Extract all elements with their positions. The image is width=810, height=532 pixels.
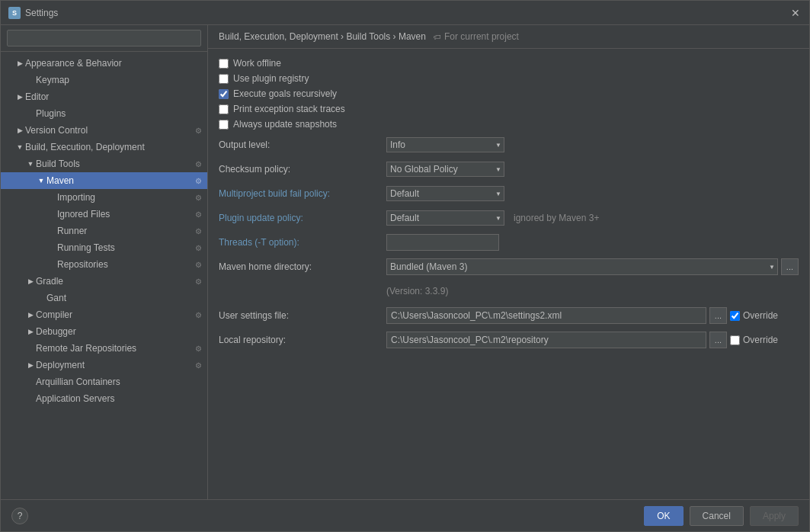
arrow-icon: ▶ bbox=[25, 326, 36, 337]
version-row: (Version: 3.3.9) bbox=[219, 282, 799, 300]
sidebar-item-plugins[interactable]: Plugins bbox=[1, 105, 207, 122]
arrow-icon: ▶ bbox=[25, 276, 36, 287]
user-settings-browse-button[interactable]: ... bbox=[709, 307, 727, 324]
sidebar-item-maven[interactable]: ▼ Maven ⚙ bbox=[1, 172, 207, 189]
sidebar-item-application-servers[interactable]: Application Servers bbox=[1, 390, 207, 407]
output-level-label: Output level: bbox=[219, 139, 386, 150]
spacer bbox=[46, 209, 57, 220]
maven-home-dropdown[interactable]: Bundled (Maven 3) Custom... bbox=[386, 258, 778, 275]
threads-row: Threads (-T option): bbox=[219, 233, 799, 252]
sidebar-item-running-tests[interactable]: Running Tests ⚙ bbox=[1, 239, 207, 256]
search-box bbox=[1, 25, 207, 52]
settings-icon: ⚙ bbox=[192, 208, 204, 220]
cancel-button[interactable]: Cancel bbox=[690, 506, 744, 526]
sidebar-item-repositories[interactable]: Repositories ⚙ bbox=[1, 256, 207, 273]
settings-icon: ⚙ bbox=[192, 342, 204, 354]
use-plugin-registry-checkbox[interactable] bbox=[219, 74, 229, 84]
dialog-title: Settings bbox=[25, 8, 789, 18]
always-update-row: Always update snapshots bbox=[219, 119, 799, 130]
search-input[interactable] bbox=[7, 30, 201, 46]
local-repo-input[interactable] bbox=[386, 332, 706, 348]
sidebar-item-ignored-files[interactable]: Ignored Files ⚙ bbox=[1, 206, 207, 223]
sidebar-item-appearance[interactable]: ▶ Appearance & Behavior bbox=[1, 55, 207, 72]
multiproject-policy-dropdown-wrap: Default Fail Fast Fail Never ▼ bbox=[386, 186, 504, 201]
user-settings-control: ... Override bbox=[386, 307, 799, 324]
spacer bbox=[46, 259, 57, 270]
use-plugin-registry-label: Use plugin registry bbox=[233, 73, 309, 84]
plugin-update-dropdown[interactable]: Default Force Update Never Update bbox=[386, 210, 504, 226]
ignored-note: ignored by Maven 3+ bbox=[514, 213, 599, 223]
breadcrumb: Build, Execution, Deployment › Build Too… bbox=[219, 31, 426, 42]
panel-body: Work offline Use plugin registry Execute… bbox=[208, 49, 809, 499]
local-repo-row: Local repository: ... Override bbox=[219, 331, 799, 349]
app-icon: S bbox=[8, 7, 21, 19]
sidebar-item-gant[interactable]: Gant bbox=[1, 290, 207, 306]
output-level-dropdown[interactable]: Info Debug Warn Error bbox=[386, 137, 504, 152]
spacer bbox=[25, 393, 36, 404]
sidebar-item-debugger[interactable]: ▶ Debugger bbox=[1, 323, 207, 340]
sidebar-item-build-execution[interactable]: ▼ Build, Execution, Deployment bbox=[1, 139, 207, 155]
maven-home-browse-button[interactable]: ... bbox=[781, 258, 799, 275]
close-button[interactable]: ✕ bbox=[789, 7, 802, 19]
settings-icon: ⚙ bbox=[192, 242, 204, 254]
form-table: Output level: Info Debug Warn Error ▼ bbox=[219, 136, 799, 349]
footer-right: OK Cancel Apply bbox=[644, 506, 799, 526]
plugin-update-row: Plugin update policy: Default Force Upda… bbox=[219, 209, 799, 227]
always-update-label: Always update snapshots bbox=[233, 119, 337, 130]
local-repo-control: ... Override bbox=[386, 332, 799, 348]
maven-home-label: Maven home directory: bbox=[219, 261, 386, 272]
main-panel: Build, Execution, Deployment › Build Too… bbox=[208, 25, 809, 499]
checksum-policy-control: No Global Policy Strict Lax Ignore ▼ bbox=[386, 162, 799, 177]
arrow-icon: ▶ bbox=[25, 309, 36, 320]
title-bar: S Settings ✕ bbox=[1, 1, 809, 25]
always-update-checkbox[interactable] bbox=[219, 120, 229, 130]
arrow-icon: ▶ bbox=[14, 91, 25, 102]
user-settings-override-checkbox[interactable] bbox=[730, 311, 740, 321]
work-offline-checkbox[interactable] bbox=[219, 59, 229, 69]
user-settings-override-label: Override bbox=[743, 310, 778, 321]
spacer bbox=[25, 75, 36, 85]
execute-goals-row: Execute goals recursively bbox=[219, 88, 799, 99]
sidebar-item-deployment[interactable]: ▶ Deployment ⚙ bbox=[1, 357, 207, 373]
settings-icon: ⚙ bbox=[192, 225, 204, 237]
spacer bbox=[46, 242, 57, 253]
multiproject-policy-control: Default Fail Fast Fail Never ▼ bbox=[386, 186, 799, 201]
local-repo-override-wrap: Override bbox=[730, 335, 799, 345]
plugin-update-label: Plugin update policy: bbox=[219, 213, 386, 223]
sidebar-item-compiler[interactable]: ▶ Compiler ⚙ bbox=[1, 306, 207, 323]
threads-input[interactable] bbox=[386, 234, 499, 251]
settings-icon: ⚙ bbox=[192, 124, 204, 136]
print-exception-label: Print exception stack traces bbox=[233, 104, 345, 114]
sidebar-item-arquillian[interactable]: Arquillian Containers bbox=[1, 373, 207, 390]
local-repo-browse-button[interactable]: ... bbox=[709, 332, 727, 348]
sidebar-item-version-control[interactable]: ▶ Version Control ⚙ bbox=[1, 122, 207, 139]
print-exception-checkbox[interactable] bbox=[219, 104, 229, 114]
checksum-policy-dropdown[interactable]: No Global Policy Strict Lax Ignore bbox=[386, 162, 504, 177]
tag-icon: 🏷 bbox=[434, 33, 441, 41]
local-repo-override-checkbox[interactable] bbox=[730, 335, 740, 345]
sidebar-item-editor[interactable]: ▶ Editor bbox=[1, 88, 207, 105]
sidebar-item-keymap[interactable]: Keymap bbox=[1, 72, 207, 88]
sidebar-item-runner[interactable]: Runner ⚙ bbox=[1, 223, 207, 239]
sidebar-item-importing[interactable]: Importing ⚙ bbox=[1, 189, 207, 206]
sidebar-item-gradle[interactable]: ▶ Gradle ⚙ bbox=[1, 273, 207, 290]
plugin-update-control: Default Force Update Never Update ▼ igno… bbox=[386, 210, 799, 226]
multiproject-policy-dropdown[interactable]: Default Fail Fast Fail Never bbox=[386, 186, 504, 201]
maven-home-row: Maven home directory: Bundled (Maven 3) … bbox=[219, 258, 799, 276]
help-button[interactable]: ? bbox=[11, 508, 28, 524]
settings-icon: ⚙ bbox=[192, 191, 204, 204]
checksum-policy-row: Checksum policy: No Global Policy Strict… bbox=[219, 160, 799, 178]
user-settings-input[interactable] bbox=[386, 307, 706, 324]
sidebar-item-remote-jar[interactable]: Remote Jar Repositories ⚙ bbox=[1, 340, 207, 357]
sidebar-item-build-tools[interactable]: ▼ Build Tools ⚙ bbox=[1, 155, 207, 172]
plugin-update-dropdown-wrap: Default Force Update Never Update ▼ bbox=[386, 210, 504, 226]
apply-button[interactable]: Apply bbox=[750, 506, 799, 526]
maven-home-dropdown-wrap: Bundled (Maven 3) Custom... ▼ bbox=[386, 258, 778, 275]
ok-button[interactable]: OK bbox=[644, 506, 683, 526]
settings-icon: ⚙ bbox=[192, 275, 204, 287]
execute-goals-checkbox[interactable] bbox=[219, 89, 229, 99]
tree: ▶ Appearance & Behavior Keymap ▶ Editor … bbox=[1, 52, 207, 499]
spacer bbox=[25, 377, 36, 387]
footer: ? OK Cancel Apply bbox=[1, 499, 809, 531]
version-text: (Version: 3.3.9) bbox=[386, 286, 448, 296]
